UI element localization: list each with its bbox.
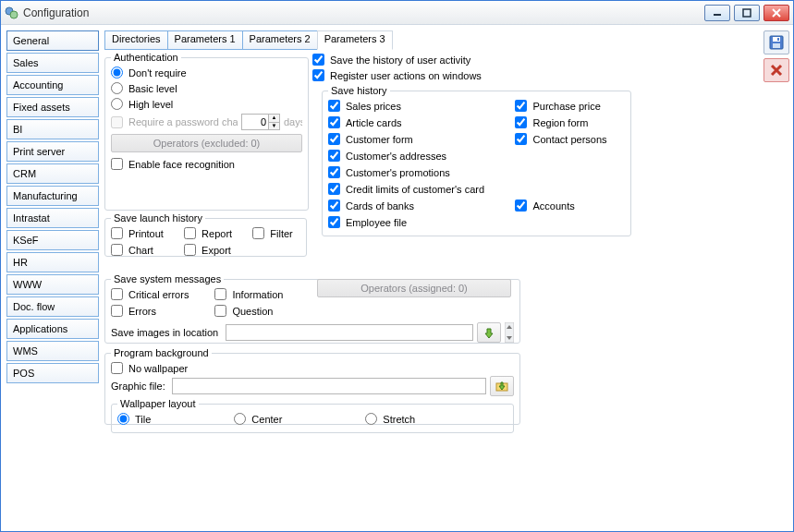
vscroll-icon	[505, 322, 514, 343]
authentication-group: Authentication Don't requireBasic levelH…	[104, 52, 309, 211]
pwd-days-suffix: days	[284, 116, 302, 127]
sysmsg-label: Question	[232, 306, 273, 317]
sidebar-item-accounting[interactable]: Accounting	[6, 75, 99, 95]
svg-rect-9	[777, 38, 779, 41]
sysmsg-cb-critical-errors[interactable]	[111, 288, 123, 300]
launch-cb-export[interactable]	[184, 244, 196, 256]
launch-cb-filter[interactable]	[252, 227, 264, 239]
graphic-file-label: Graphic file:	[111, 381, 168, 392]
save-images-input[interactable]	[226, 324, 473, 341]
history-label: Purchase price	[532, 101, 600, 112]
pwd-days-spinner[interactable]: ▲▼	[241, 114, 280, 130]
history-label: Credit limits of customer's card	[346, 184, 484, 195]
sidebar-item-pos[interactable]: POS	[6, 363, 99, 383]
sidebar-item-fixed-assets[interactable]: Fixed assets	[6, 97, 99, 117]
history-label: Sales prices	[346, 101, 401, 112]
system-messages-legend: Save system messages	[111, 273, 224, 284]
tab-parameters-1[interactable]: Parameters 1	[167, 30, 243, 50]
browse-images-button[interactable]	[477, 322, 501, 343]
sidebar-item-www[interactable]: WWW	[6, 274, 99, 295]
sidebar-item-print-server[interactable]: Print server	[6, 141, 99, 162]
browse-graphic-button[interactable]	[490, 376, 514, 396]
pwd-days-input[interactable]	[242, 115, 268, 129]
history-cb-customer-s-promotions[interactable]	[328, 166, 340, 178]
sidebar-item-hr[interactable]: HR	[6, 252, 99, 272]
sysmsg-cb-question[interactable]	[214, 305, 226, 317]
minimize-button[interactable]	[704, 5, 730, 21]
operators-excluded-button[interactable]: Operators (excluded: 0)	[111, 134, 302, 152]
close-button[interactable]	[763, 5, 789, 21]
sidebar-item-crm[interactable]: CRM	[6, 163, 99, 184]
launch-cb-chart[interactable]	[111, 244, 123, 256]
operators-assigned-button[interactable]: Operators (assigned: 0)	[317, 279, 511, 297]
history-cb-sales-prices[interactable]	[328, 100, 340, 112]
auth-radio-0[interactable]	[111, 66, 123, 79]
history-label: Employee file	[346, 217, 407, 228]
no-wallpaper-checkbox[interactable]	[111, 362, 123, 374]
face-recognition-label: Enable face recognition	[128, 159, 235, 170]
history-cb-customer-form[interactable]	[328, 133, 340, 145]
history-cb-region-form[interactable]	[515, 116, 527, 128]
sidebar: GeneralSalesAccountingFixed assetsBIPrin…	[6, 30, 99, 526]
launch-cb-report[interactable]	[184, 227, 196, 239]
history-cb-article-cards[interactable]	[328, 116, 340, 128]
require-pwd-checkbox[interactable]	[111, 116, 123, 128]
history-cb-credit-limits-of-customer-s-card[interactable]	[328, 183, 340, 195]
save-images-label: Save images in location	[111, 327, 222, 338]
sysmsg-cb-information[interactable]	[214, 288, 226, 300]
launch-cb-printout[interactable]	[111, 227, 123, 239]
history-cb-purchase-price[interactable]	[515, 100, 527, 112]
sysmsg-label: Information	[232, 289, 283, 300]
app-icon	[5, 6, 19, 20]
wall-radio-label: Center	[251, 414, 282, 425]
wallpaper-layout-legend: Wallpaper layout	[117, 398, 199, 409]
spin-down[interactable]: ▼	[268, 123, 279, 130]
sidebar-item-manufacturing[interactable]: Manufacturing	[6, 186, 99, 206]
authentication-legend: Authentication	[111, 52, 181, 63]
spin-up[interactable]: ▲	[268, 115, 279, 123]
launch-label: Printout	[128, 228, 164, 239]
save-history-checkbox[interactable]	[312, 54, 324, 66]
config-window: Configuration GeneralSalesAccountingFixe…	[0, 0, 794, 532]
face-recognition-checkbox[interactable]	[111, 158, 123, 170]
require-pwd-label: Require a password change	[128, 116, 238, 127]
sidebar-item-doc-flow[interactable]: Doc. flow	[6, 296, 99, 317]
history-cb-cards-of-banks[interactable]	[328, 200, 340, 212]
history-label: Customer's promotions	[346, 167, 450, 178]
sidebar-item-general[interactable]: General	[6, 30, 99, 51]
history-label: Article cards	[346, 117, 402, 128]
sysmsg-label: Errors	[128, 306, 156, 317]
history-cb-employee-file[interactable]	[328, 216, 340, 228]
program-background-legend: Program background	[111, 347, 212, 358]
save-button[interactable]	[763, 30, 789, 54]
sidebar-item-intrastat[interactable]: Intrastat	[6, 208, 99, 228]
wall-radio-center[interactable]	[234, 413, 246, 425]
graphic-file-input[interactable]	[172, 378, 486, 394]
auth-radio-2[interactable]	[111, 98, 123, 110]
launch-history-group: Save launch history PrintoutReportFilter…	[104, 212, 307, 257]
sidebar-item-bi[interactable]: BI	[6, 119, 99, 139]
history-label: Accounts	[532, 200, 574, 212]
activity-area: Save the history of user activity Regist…	[312, 52, 631, 253]
auth-radio-1[interactable]	[111, 82, 123, 94]
history-cb-accounts[interactable]	[515, 200, 527, 212]
sidebar-item-sales[interactable]: Sales	[6, 53, 99, 73]
wall-radio-stretch[interactable]	[365, 413, 377, 425]
launch-history-legend: Save launch history	[111, 212, 205, 224]
svg-rect-3	[743, 9, 751, 17]
tab-parameters-3[interactable]: Parameters 3	[317, 30, 393, 50]
launch-label: Export	[202, 245, 231, 256]
tab-directories[interactable]: Directories	[104, 30, 168, 50]
history-label: Cards of banks	[346, 200, 414, 212]
sidebar-item-ksef[interactable]: KSeF	[6, 230, 99, 250]
sidebar-item-applications[interactable]: Applications	[6, 319, 99, 339]
wall-radio-tile[interactable]	[117, 413, 129, 425]
history-cb-contact-persons[interactable]	[515, 133, 527, 145]
tab-parameters-2[interactable]: Parameters 2	[242, 30, 318, 50]
register-actions-checkbox[interactable]	[312, 69, 324, 81]
history-cb-customer-s-addresses[interactable]	[328, 150, 340, 162]
cancel-button[interactable]	[763, 58, 789, 82]
maximize-button[interactable]	[734, 5, 760, 21]
sysmsg-cb-errors[interactable]	[111, 305, 123, 317]
sidebar-item-wms[interactable]: WMS	[6, 341, 99, 361]
